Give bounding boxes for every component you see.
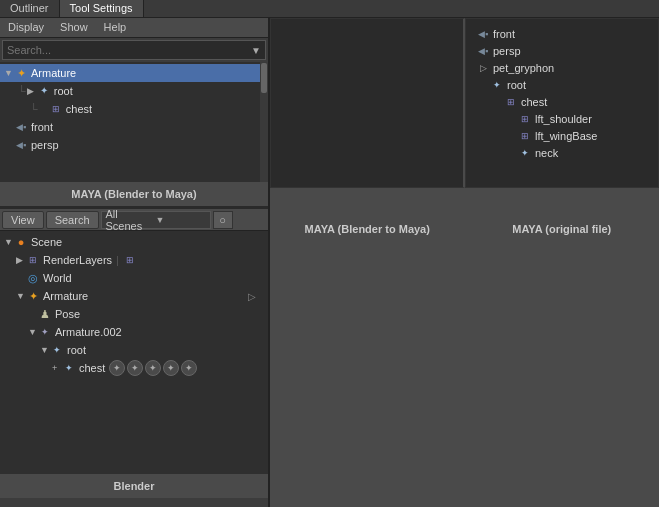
blender-scenes-arrow: ▼ xyxy=(156,215,206,225)
maya-group-icon-petgryphon: ▷ xyxy=(476,61,490,75)
tree-line-chest: └ xyxy=(30,103,38,115)
tree-item-armature[interactable]: ▼ ✦ Armature xyxy=(0,64,268,82)
bl-icon-armature: ✦ xyxy=(26,289,40,303)
menu-show[interactable]: Show xyxy=(52,18,96,37)
tree-label-chest: chest xyxy=(66,103,92,115)
bl-label-chest: chest xyxy=(79,362,105,374)
maya-mesh-icon-lftshoulder: ⊞ xyxy=(518,112,532,126)
search-expand-icon[interactable]: ▼ xyxy=(247,45,265,56)
maya-item-chest[interactable]: ⊞ chest xyxy=(476,94,648,110)
maya-panels: ◀▪ front ◀▪ persp ▷ pet_gryphon xyxy=(270,18,659,218)
right-panel: ◀▪ front ◀▪ persp ▷ pet_gryphon xyxy=(270,18,659,507)
bl-label-scene: Scene xyxy=(31,236,62,248)
bl-label-renderlayers: RenderLayers xyxy=(43,254,112,266)
maya-item-root[interactable]: ✦ root xyxy=(476,77,648,93)
blender-scenes-select[interactable]: All Scenes ▼ xyxy=(101,211,211,229)
bl-mini-icon-3[interactable]: ✦ xyxy=(145,360,161,376)
menu-display[interactable]: Display xyxy=(0,18,52,37)
scroll-thumb xyxy=(261,63,267,93)
bl-pipe: | xyxy=(116,254,119,266)
maya-left-cap: MAYA (Blender to Maya) xyxy=(270,218,465,240)
bl-arrow-root: ▼ xyxy=(40,345,50,355)
search-bar: ▼ xyxy=(2,40,266,60)
bl-mini-icon-1[interactable]: ✦ xyxy=(109,360,125,376)
tree-arrow-root: ▶ xyxy=(27,86,37,96)
maya-original-tree: ◀▪ front ◀▪ persp ▷ pet_gryphon xyxy=(466,19,658,168)
maya-item-petgryphon[interactable]: ▷ pet_gryphon xyxy=(476,60,648,76)
maya-label-neck: neck xyxy=(535,147,558,159)
bl-icon-world: ◎ xyxy=(26,271,40,285)
maya-label-petgryphon: pet_gryphon xyxy=(493,62,554,74)
bl-label-armature: Armature xyxy=(43,290,88,302)
bl-item-world[interactable]: ◎ World xyxy=(0,269,268,287)
main-content: Display Show Help ▼ ▼ ✦ Armature └ ▶ ✦ r… xyxy=(0,18,659,507)
maya-label-root-orig: root xyxy=(507,79,526,91)
maya-captions: MAYA (Blender to Maya) MAYA (original fi… xyxy=(270,218,659,240)
maya-bone-icon-neck: ✦ xyxy=(518,146,532,160)
camera-icon-front: ◀▪ xyxy=(14,120,28,134)
tree-label-armature: Armature xyxy=(31,67,76,79)
maya-item-neck[interactable]: ✦ neck xyxy=(476,145,648,161)
left-panel: Display Show Help ▼ ▼ ✦ Armature └ ▶ ✦ r… xyxy=(0,18,270,507)
bl-icon-renderlayers2: ⊞ xyxy=(123,253,137,267)
bl-icon-scene: ● xyxy=(14,235,28,249)
bl-icon-root: ✦ xyxy=(50,343,64,357)
bl-item-root[interactable]: ▼ ✦ root xyxy=(0,341,268,359)
maya-mesh-icon-lftwingbase: ⊞ xyxy=(518,129,532,143)
tab-outliner[interactable]: Outliner xyxy=(0,0,60,17)
maya-item-persp[interactable]: ◀▪ persp xyxy=(476,43,648,59)
blender-search-icon-btn[interactable]: ○ xyxy=(213,211,233,229)
blender-caption: Blender xyxy=(0,474,268,498)
bl-item-armature002[interactable]: ▼ ✦ Armature.002 xyxy=(0,323,268,341)
tree-arrow-armature: ▼ xyxy=(4,68,14,78)
menu-help[interactable]: Help xyxy=(96,18,135,37)
blender-view-btn[interactable]: View xyxy=(2,211,44,229)
tree-item-root[interactable]: └ ▶ ✦ root xyxy=(0,82,268,100)
top-tabs-bar: Outliner Tool Settings xyxy=(0,0,659,18)
maya-left-caption: MAYA (Blender to Maya) xyxy=(0,182,268,206)
bl-arrow-armature002: ▼ xyxy=(28,327,38,337)
maya-label-lftwingbase: lft_wingBase xyxy=(535,130,597,142)
bl-label-armature002: Armature.002 xyxy=(55,326,122,338)
maya-bone-icon-root: ✦ xyxy=(490,78,504,92)
maya-mesh-icon-chest: ⊞ xyxy=(504,95,518,109)
bl-item-renderlayers[interactable]: ▶ ⊞ RenderLayers | ⊞ xyxy=(0,251,268,269)
bl-mini-icons: ✦ ✦ ✦ ✦ ✦ xyxy=(109,360,197,376)
bl-item-scene[interactable]: ▼ ● Scene xyxy=(0,233,268,251)
search-input[interactable] xyxy=(3,42,247,58)
blender-search-icon: ○ xyxy=(219,214,226,226)
maya-label-front: front xyxy=(493,28,515,40)
bl-label-world: World xyxy=(43,272,72,284)
blender-tree: ▼ ● Scene ▶ ⊞ RenderLayers | ⊞ ◎ World xyxy=(0,231,268,474)
maya-item-front[interactable]: ◀▪ front xyxy=(476,26,648,42)
outliner-menu-bar: Display Show Help xyxy=(0,18,268,38)
tree-label-persp: persp xyxy=(31,139,59,151)
bl-mini-icon-4[interactable]: ✦ xyxy=(163,360,179,376)
bottom-empty xyxy=(270,240,659,507)
blender-header: View Search All Scenes ▼ ○ xyxy=(0,209,268,231)
tree-item-chest[interactable]: └ ⊞ chest xyxy=(0,100,268,118)
bl-mini-icon-5[interactable]: ✦ xyxy=(181,360,197,376)
tree-item-front[interactable]: ◀▪ front xyxy=(0,118,268,136)
outliner-scrollbar[interactable] xyxy=(260,62,268,182)
camera-icon-persp: ◀▪ xyxy=(14,138,28,152)
blender-panel: View Search All Scenes ▼ ○ ▼ ● Scene xyxy=(0,209,268,498)
bl-mini-icon-2[interactable]: ✦ xyxy=(127,360,143,376)
maya-label-persp: persp xyxy=(493,45,521,57)
bl-label-root: root xyxy=(67,344,86,356)
maya-label-chest-orig: chest xyxy=(521,96,547,108)
bl-icon-pose: ♟ xyxy=(38,307,52,321)
bl-item-pose[interactable]: ♟ Pose xyxy=(0,305,268,323)
maya-item-lft-wingbase[interactable]: ⊞ lft_wingBase xyxy=(476,128,648,144)
blender-search-btn-label[interactable]: Search xyxy=(46,211,99,229)
tree-item-persp[interactable]: ◀▪ persp xyxy=(0,136,268,154)
outliner-tree: ▼ ✦ Armature └ ▶ ✦ root └ ⊞ chest ◀▪ xyxy=(0,62,268,182)
maya-cam-icon-persp: ◀▪ xyxy=(476,44,490,58)
bl-icon-chest: ✦ xyxy=(62,361,76,375)
bl-arrow-armature: ▼ xyxy=(16,291,26,301)
maya-item-lft-shoulder[interactable]: ⊞ lft_shoulder xyxy=(476,111,648,127)
mesh-icon-chest: ⊞ xyxy=(49,102,63,116)
tab-tool-settings[interactable]: Tool Settings xyxy=(60,0,144,17)
bl-item-chest[interactable]: + ✦ chest ✦ ✦ ✦ ✦ ✦ xyxy=(0,359,268,377)
bl-item-armature[interactable]: ▼ ✦ Armature ▷ xyxy=(0,287,268,305)
